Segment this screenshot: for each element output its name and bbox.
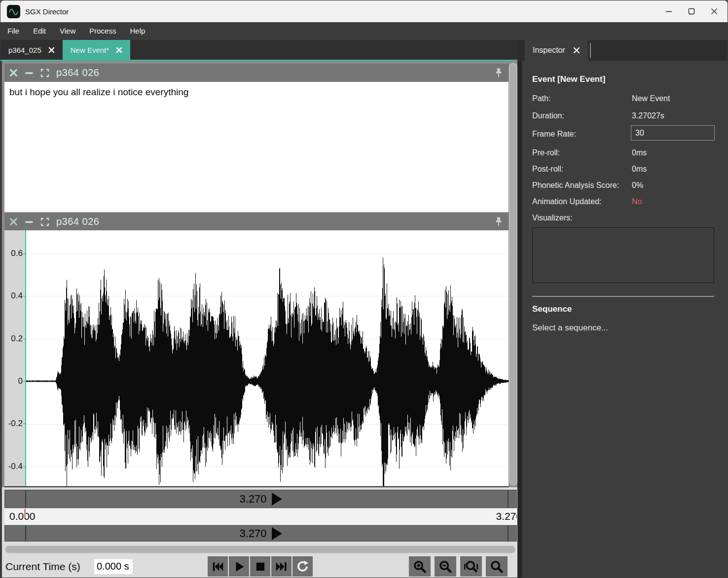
- skip-start-icon: [211, 560, 224, 573]
- tab-close-icon[interactable]: [573, 47, 580, 54]
- window-close-icon[interactable]: [703, 3, 726, 20]
- time-ruler[interactable]: 0.000 3.270: [4, 509, 517, 524]
- panel-close-icon[interactable]: [9, 69, 18, 77]
- duration-label: Duration:: [532, 111, 564, 120]
- skip-end-button[interactable]: [271, 556, 291, 577]
- play-button[interactable]: [229, 556, 249, 577]
- app-logo-sine-icon: [7, 5, 20, 18]
- loop-icon: [296, 560, 309, 573]
- timeline-loop-bar-bottom[interactable]: 3.270: [4, 525, 517, 542]
- pin-icon[interactable]: [494, 217, 504, 227]
- panel-maximize-icon[interactable]: [40, 217, 49, 226]
- menu-item-help[interactable]: Help: [123, 22, 152, 40]
- inspector-tab-label: Inspector: [533, 46, 565, 55]
- inspector-heading: Event [New Event]: [532, 74, 605, 84]
- tab-close-icon[interactable]: [48, 47, 55, 53]
- titlebar: SGX Director: [0, 0, 728, 22]
- transcript-panel-header[interactable]: p364 026: [4, 64, 509, 82]
- horizontal-scrollbar-thumb[interactable]: [5, 546, 515, 553]
- tab-inspector[interactable]: Inspector: [525, 40, 588, 61]
- loop-start-handle[interactable]: [25, 490, 26, 507]
- zoom-in-icon: [413, 560, 427, 574]
- zoom-in-button[interactable]: [409, 556, 431, 577]
- ruler-end-time: 3.270: [496, 510, 517, 522]
- zoom-selection-button[interactable]: [460, 556, 482, 577]
- loop-start-handle[interactable]: [25, 526, 26, 541]
- current-time-label: Current Time (s): [5, 561, 80, 573]
- app-window: SGX Director File Edit View Process Help…: [0, 0, 728, 578]
- waveform-panel-title: p364 026: [56, 216, 99, 227]
- animation-updated-label: Animation Updated:: [532, 197, 602, 206]
- panel-maximize-icon[interactable]: [40, 69, 49, 77]
- zoom-selection-icon: [464, 560, 478, 574]
- timeline-controls-area: 3.270 0.000 3.270 3.270 Current Time (s)…: [2, 487, 517, 578]
- skip-end-icon: [275, 560, 288, 573]
- tab-close-icon[interactable]: [116, 47, 122, 53]
- timeline-loop-bar-top[interactable]: 3.270: [4, 490, 517, 508]
- menu-item-process[interactable]: Process: [82, 22, 123, 40]
- zoom-fit-icon: [490, 560, 504, 574]
- loop-end-handle[interactable]: [508, 490, 509, 507]
- phonetic-score-label: Phonetic Analysis Score:: [532, 181, 619, 190]
- post-roll-value: 0ms: [632, 165, 647, 174]
- inspector-panel: Inspector Event [New Event] Path: New Ev…: [517, 40, 728, 578]
- panel-close-icon[interactable]: [9, 217, 18, 226]
- transport-bar: Current Time (s) 0.000 s: [2, 555, 517, 578]
- current-time-field[interactable]: 0.000 s: [94, 559, 133, 574]
- tab-label: p364_025: [8, 46, 41, 54]
- path-label: Path:: [532, 94, 550, 103]
- play-marker-icon: [272, 493, 282, 506]
- ruler-start-time: 0.000: [9, 510, 36, 522]
- horizontal-scrollbar[interactable]: [4, 545, 516, 554]
- zoom-fit-button[interactable]: [486, 556, 508, 577]
- inspector-tabrow: Inspector: [517, 40, 728, 61]
- y-tick: 0.6: [11, 249, 23, 258]
- tab-p364-025[interactable]: p364_025: [0, 40, 63, 60]
- y-tick: -0.4: [8, 462, 23, 471]
- stop-button[interactable]: [250, 556, 270, 577]
- inspector-content: Event [New Event] Path: New Event Durati…: [517, 61, 728, 578]
- document-tabbar: p364_025 New Event*: [0, 40, 517, 60]
- visualizers-label: Visualizers:: [532, 214, 573, 222]
- waveform-canvas[interactable]: [25, 230, 509, 486]
- frame-rate-label: Frame Rate:: [532, 130, 576, 139]
- waveform-y-axis: 0.6 0.4 0.2 0 -0.2 -0.4: [4, 230, 25, 486]
- menu-item-edit[interactable]: Edit: [26, 22, 53, 40]
- window-minimize-icon[interactable]: [657, 3, 680, 20]
- transcript-text-area[interactable]: but i hope you all realize i notice ever…: [4, 82, 509, 212]
- tab-label: New Event*: [71, 46, 109, 54]
- sequence-heading: Sequence: [532, 304, 572, 314]
- path-value: New Event: [632, 94, 670, 103]
- pin-icon[interactable]: [494, 68, 504, 78]
- window-maximize-icon[interactable]: [680, 3, 703, 20]
- waveform-panel-header[interactable]: p364 026: [4, 213, 509, 230]
- tab-new-event[interactable]: New Event*: [63, 40, 130, 60]
- menu-item-file[interactable]: File: [0, 22, 26, 40]
- play-marker-icon: [272, 527, 282, 540]
- loop-end-time-label: 3.270: [239, 493, 266, 506]
- transcript-text: but i hope you all realize i notice ever…: [9, 87, 188, 97]
- duration-value: 3.27027s: [632, 111, 664, 120]
- menu-item-view[interactable]: View: [53, 22, 82, 40]
- zoom-out-button[interactable]: [435, 556, 456, 577]
- zoom-out-icon: [438, 560, 452, 574]
- visualizers-list-box[interactable]: [532, 227, 714, 283]
- loop-button[interactable]: [292, 556, 313, 577]
- y-tick: 0: [18, 376, 23, 386]
- vertical-scrollbar-thumb[interactable]: [510, 64, 517, 485]
- waveform-plot-area: 0.6 0.4 0.2 0 -0.2 -0.4: [4, 230, 509, 486]
- panel-minimize-icon[interactable]: [25, 69, 34, 77]
- post-roll-label: Post-roll:: [532, 165, 563, 174]
- loop-end-handle[interactable]: [508, 526, 509, 541]
- transcript-panel-title: p364 026: [56, 67, 99, 78]
- sequence-placeholder: Select a sequence...: [532, 323, 608, 333]
- frame-rate-input[interactable]: [631, 125, 715, 141]
- section-divider: [532, 296, 714, 297]
- loop-end-time-label: 3.270: [239, 527, 266, 540]
- panel-minimize-icon[interactable]: [25, 217, 34, 226]
- vertical-scrollbar[interactable]: [509, 63, 517, 485]
- skip-start-button[interactable]: [208, 556, 228, 577]
- playhead-marker[interactable]: [24, 509, 26, 518]
- phonetic-score-value: 0%: [632, 181, 643, 190]
- animation-updated-value: No: [632, 197, 642, 206]
